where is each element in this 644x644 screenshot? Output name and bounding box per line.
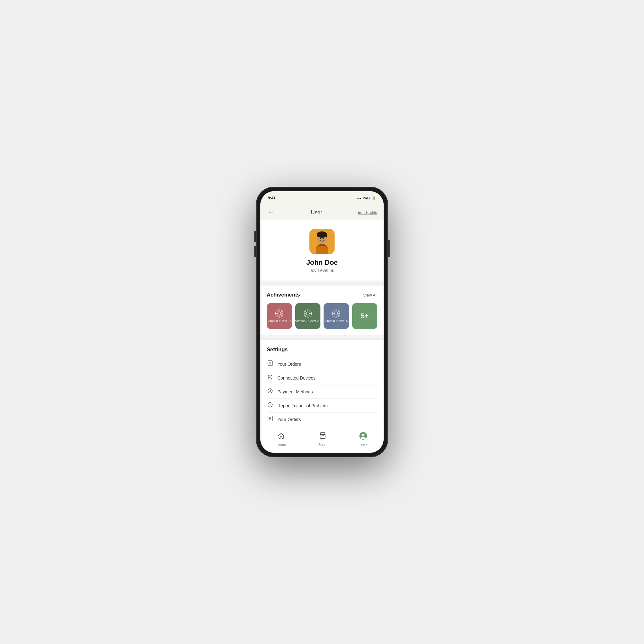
settings-item-devices-1[interactable]: Connected Devices xyxy=(267,371,377,385)
back-button[interactable]: ← xyxy=(267,208,275,217)
section-divider-1 xyxy=(260,283,384,286)
signal-icon: ▪▪▪ xyxy=(357,196,361,200)
achievement-plus-label: 5+ xyxy=(361,312,369,320)
svg-line-13 xyxy=(280,314,282,316)
achievements-title: Achivements xyxy=(267,292,300,298)
achievement-label-2: Vitamin C level 20 xyxy=(295,319,320,323)
settings-label-orders-2: Your Orders xyxy=(277,417,301,422)
achievement-card-3[interactable]: Vitamin C level 6 xyxy=(324,303,349,329)
nav-shop-label: Shop xyxy=(319,443,327,447)
settings-label-report: Report Technical Problem xyxy=(277,403,328,408)
scroll-content: John Doe Joy Level 56 Achivements View A… xyxy=(260,220,384,428)
settings-item-orders-2[interactable]: Your Orders xyxy=(267,413,377,426)
achievement-card-4[interactable]: 5+ xyxy=(352,303,378,329)
status-bar: 9:41 ▪▪▪ WiFi 🔋 xyxy=(260,191,384,205)
power-button xyxy=(388,240,390,257)
shield-icon-1 xyxy=(267,374,274,381)
nav-home-label: Home xyxy=(277,443,286,447)
bottom-nav: Home Shop xyxy=(260,428,384,453)
shop-icon xyxy=(319,432,326,441)
phone-screen: 9:41 ▪▪▪ WiFi 🔋 ← User Edit Profile xyxy=(260,191,384,453)
status-icons: ▪▪▪ WiFi 🔋 xyxy=(357,196,376,200)
svg-line-32 xyxy=(334,311,335,312)
wifi-icon: WiFi xyxy=(363,196,370,200)
section-divider-2 xyxy=(260,338,384,340)
svg-line-33 xyxy=(337,314,339,316)
svg-point-50 xyxy=(362,434,364,436)
avatar[interactable] xyxy=(309,229,335,254)
orders-icon-1 xyxy=(267,360,274,368)
svg-point-43 xyxy=(270,406,270,406)
achievements-header: Achivements View All xyxy=(267,292,377,298)
svg-line-14 xyxy=(280,311,282,312)
svg-line-24 xyxy=(309,311,310,312)
svg-line-23 xyxy=(309,314,310,316)
edit-profile-link[interactable]: Edit Profile xyxy=(358,210,377,215)
joy-level: Joy Level 56 xyxy=(310,268,335,273)
header-title: User xyxy=(311,209,322,216)
svg-point-5 xyxy=(323,238,324,239)
svg-point-4 xyxy=(320,238,321,239)
user-nav-icon xyxy=(359,432,367,442)
settings-title: Settings xyxy=(267,347,377,353)
alert-icon xyxy=(267,402,274,409)
profile-section: John Doe Joy Level 56 xyxy=(260,220,384,280)
achievement-label-1: Vitamin C level 1 xyxy=(268,319,291,323)
svg-line-12 xyxy=(277,311,278,312)
settings-item-report[interactable]: Report Technical Problem xyxy=(267,399,377,413)
nav-user-label: User xyxy=(360,443,367,447)
phone-shell: 9:41 ▪▪▪ WiFi 🔋 ← User Edit Profile xyxy=(256,187,388,457)
achievement-card-2[interactable]: Vitamin C level 20 xyxy=(295,303,321,329)
settings-item-payment[interactable]: Payment Methods xyxy=(267,385,377,399)
app-header: ← User Edit Profile xyxy=(260,205,384,220)
achievements-grid: Vitamin C level 1 xyxy=(267,303,377,329)
user-name: John Doe xyxy=(306,258,338,267)
svg-line-15 xyxy=(277,314,278,316)
orders-icon-2 xyxy=(267,416,274,423)
nav-home[interactable]: Home xyxy=(270,430,292,448)
svg-line-35 xyxy=(334,314,335,316)
volume-down-button xyxy=(254,246,256,257)
svg-line-34 xyxy=(337,311,339,312)
nav-user[interactable]: User xyxy=(353,430,374,449)
achievements-section: Achivements View All xyxy=(260,286,384,335)
svg-line-22 xyxy=(305,311,307,312)
settings-section: Settings Your Orders xyxy=(260,340,384,428)
svg-rect-48 xyxy=(320,435,325,439)
volume-up-button xyxy=(254,231,256,242)
settings-label-orders-1: Your Orders xyxy=(277,362,301,367)
view-all-link[interactable]: View All xyxy=(363,293,377,297)
settings-item-orders-1[interactable]: Your Orders xyxy=(267,357,377,371)
home-icon xyxy=(277,432,285,441)
settings-label-payment: Payment Methods xyxy=(277,389,313,394)
payment-icon xyxy=(267,388,274,395)
nav-shop[interactable]: Shop xyxy=(312,430,333,448)
achievement-card-1[interactable]: Vitamin C level 1 xyxy=(267,303,292,329)
svg-line-25 xyxy=(305,314,307,316)
battery-icon: 🔋 xyxy=(372,196,376,200)
phone-device: 9:41 ▪▪▪ WiFi 🔋 ← User Edit Profile xyxy=(256,187,388,457)
achievement-label-3: Vitamin C level 6 xyxy=(325,319,348,323)
settings-label-devices-1: Connected Devices xyxy=(277,375,315,380)
status-time: 9:41 xyxy=(268,196,275,200)
